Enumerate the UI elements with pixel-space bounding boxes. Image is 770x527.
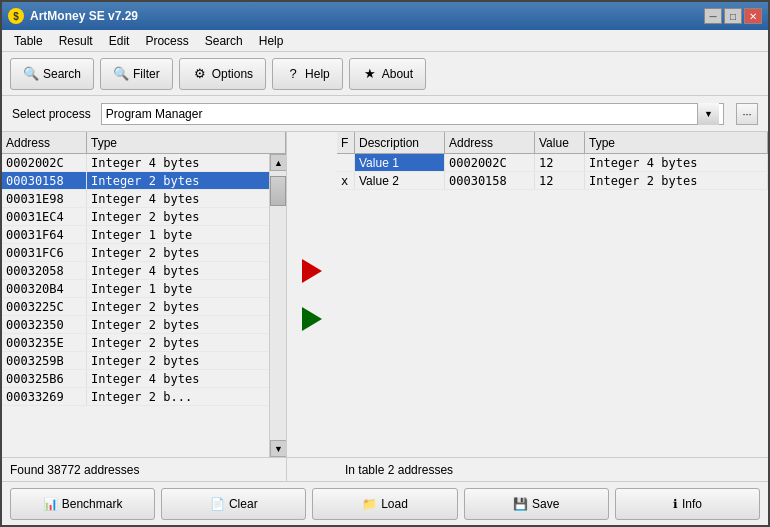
rcol-header-desc: Description <box>355 132 445 153</box>
cell-address: 00031EC4 <box>2 208 87 225</box>
rcell-f: x <box>337 172 355 189</box>
menu-help[interactable]: Help <box>251 32 292 50</box>
col-header-type: Type <box>87 132 286 153</box>
clear-button[interactable]: 📄 Clear <box>161 488 306 520</box>
cell-address: 0003259B <box>2 352 87 369</box>
benchmark-icon: 📊 <box>43 497 58 511</box>
info-button[interactable]: ℹ Info <box>615 488 760 520</box>
right-table-row[interactable]: Value 1 0002002C 12 Integer 4 bytes <box>337 154 768 172</box>
rcol-header-value: Value <box>535 132 585 153</box>
left-table-row[interactable]: 0003235E Integer 2 bytes <box>2 334 269 352</box>
left-status-text: Found 38772 addresses <box>10 463 139 477</box>
search-button-label: Search <box>43 67 81 81</box>
menu-table[interactable]: Table <box>6 32 51 50</box>
options-button-label: Options <box>212 67 253 81</box>
left-table-row[interactable]: 00030158 Integer 2 bytes <box>2 172 269 190</box>
right-table-row[interactable]: x Value 2 00030158 12 Integer 2 bytes <box>337 172 768 190</box>
rcell-type: Integer 4 bytes <box>585 154 768 171</box>
process-dropdown-arrow[interactable]: ▼ <box>697 103 719 125</box>
cell-type: Integer 1 byte <box>87 280 269 297</box>
app-icon: $ <box>8 8 24 24</box>
process-value: Program Manager <box>106 107 697 121</box>
rcell-f <box>337 154 355 171</box>
filter-button-label: Filter <box>133 67 160 81</box>
left-panel: Address Type 0002002C Integer 4 bytes 00… <box>2 132 287 457</box>
load-button[interactable]: 📁 Load <box>312 488 457 520</box>
left-table-row[interactable]: 0003259B Integer 2 bytes <box>2 352 269 370</box>
process-more-button[interactable]: ··· <box>736 103 758 125</box>
add-filtered-button[interactable] <box>296 305 328 333</box>
menu-edit[interactable]: Edit <box>101 32 138 50</box>
left-table-row[interactable]: 0002002C Integer 4 bytes <box>2 154 269 172</box>
menu-bar: Table Result Edit Process Search Help <box>2 30 768 52</box>
cell-type: Integer 2 bytes <box>87 244 269 261</box>
rcol-header-type: Type <box>585 132 768 153</box>
clear-icon: 📄 <box>210 497 225 511</box>
process-select[interactable]: Program Manager ▼ <box>101 103 724 125</box>
cell-address: 0003225C <box>2 298 87 315</box>
cell-type: Integer 4 bytes <box>87 262 269 279</box>
scroll-thumb[interactable] <box>270 176 286 206</box>
about-button[interactable]: ★ About <box>349 58 426 90</box>
left-table-row[interactable]: 00031E98 Integer 4 bytes <box>2 190 269 208</box>
menu-result[interactable]: Result <box>51 32 101 50</box>
left-scrollbar[interactable]: ▲ ▼ <box>269 154 286 457</box>
about-button-label: About <box>382 67 413 81</box>
menu-search[interactable]: Search <box>197 32 251 50</box>
left-table-row[interactable]: 00031F64 Integer 1 byte <box>2 226 269 244</box>
title-bar: $ ArtMoney SE v7.29 ─ □ ✕ <box>2 2 768 30</box>
process-bar: Select process Program Manager ▼ ··· <box>2 96 768 132</box>
cell-address: 000320B4 <box>2 280 87 297</box>
options-button[interactable]: ⚙ Options <box>179 58 266 90</box>
cell-type: Integer 2 bytes <box>87 334 269 351</box>
cell-type: Integer 4 bytes <box>87 190 269 207</box>
cell-address: 00030158 <box>2 172 87 189</box>
red-arrow-icon <box>302 259 322 283</box>
left-table-row[interactable]: 0003225C Integer 2 bytes <box>2 298 269 316</box>
left-table-header: Address Type <box>2 132 286 154</box>
save-button[interactable]: 💾 Save <box>464 488 609 520</box>
info-label: Info <box>682 497 702 511</box>
rcell-desc: Value 1 <box>355 154 445 171</box>
cell-address: 00031E98 <box>2 190 87 207</box>
middle-controls <box>287 132 337 457</box>
help-button-label: Help <box>305 67 330 81</box>
search-button[interactable]: 🔍 Search <box>10 58 94 90</box>
right-table-header: F Description Address Value Type <box>337 132 768 154</box>
add-to-table-button[interactable] <box>296 257 328 285</box>
filter-button[interactable]: 🔍 Filter <box>100 58 173 90</box>
left-table-row[interactable]: 00031FC6 Integer 2 bytes <box>2 244 269 262</box>
cell-type: Integer 4 bytes <box>87 370 269 387</box>
cell-address: 00032350 <box>2 316 87 333</box>
close-button[interactable]: ✕ <box>744 8 762 24</box>
benchmark-button[interactable]: 📊 Benchmark <box>10 488 155 520</box>
rcell-val: 12 <box>535 172 585 189</box>
main-window: $ ArtMoney SE v7.29 ─ □ ✕ Table Result E… <box>0 0 770 527</box>
left-table-row[interactable]: 00032058 Integer 4 bytes <box>2 262 269 280</box>
cell-type: Integer 1 byte <box>87 226 269 243</box>
left-table-row[interactable]: 00033269 Integer 2 b... <box>2 388 269 406</box>
minimize-button[interactable]: ─ <box>704 8 722 24</box>
help-button[interactable]: ? Help <box>272 58 343 90</box>
left-table-row[interactable]: 00032350 Integer 2 bytes <box>2 316 269 334</box>
status-row: Found 38772 addresses In table 2 address… <box>2 457 768 481</box>
main-content: Address Type 0002002C Integer 4 bytes 00… <box>2 132 768 457</box>
menu-process[interactable]: Process <box>137 32 196 50</box>
left-table-row[interactable]: 000320B4 Integer 1 byte <box>2 280 269 298</box>
cell-type: Integer 2 bytes <box>87 298 269 315</box>
scroll-down-button[interactable]: ▼ <box>270 440 286 457</box>
left-table-content: 0002002C Integer 4 bytes 00030158 Intege… <box>2 154 269 457</box>
left-table-row[interactable]: 000325B6 Integer 4 bytes <box>2 370 269 388</box>
save-icon: 💾 <box>513 497 528 511</box>
cell-type: Integer 2 bytes <box>87 172 269 189</box>
title-bar-left: $ ArtMoney SE v7.29 <box>8 8 138 24</box>
about-icon: ★ <box>362 66 378 82</box>
maximize-button[interactable]: □ <box>724 8 742 24</box>
rcell-val: 12 <box>535 154 585 171</box>
left-table-row[interactable]: 00031EC4 Integer 2 bytes <box>2 208 269 226</box>
search-icon: 🔍 <box>23 66 39 82</box>
scroll-up-button[interactable]: ▲ <box>270 154 286 171</box>
right-table-body: Value 1 0002002C 12 Integer 4 bytes x Va… <box>337 154 768 457</box>
scroll-track[interactable] <box>270 171 286 440</box>
cell-address: 000325B6 <box>2 370 87 387</box>
